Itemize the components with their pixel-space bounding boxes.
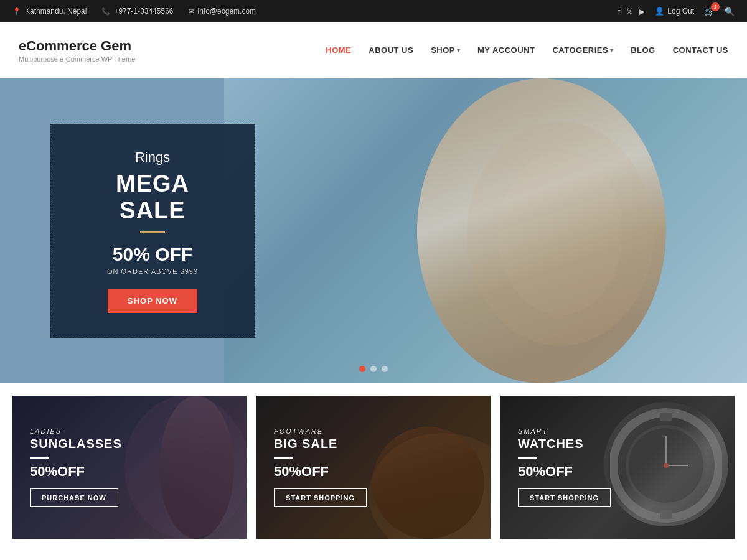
logout-button[interactable]: Log Out [655,7,694,16]
logout-label: Log Out [667,7,694,16]
promo-divider-watches [518,457,537,459]
facebook-link[interactable]: f [618,7,621,16]
cart-button[interactable]: 1 [704,6,715,16]
nav-categories[interactable]: CATOGERIES ▾ [552,45,613,55]
hero-dot-2[interactable] [370,366,377,372]
location-text: Kathmandu, Nepal [25,7,87,16]
svg-rect-10 [660,413,672,421]
hero-shop-now-button[interactable]: SHOP NOW [108,289,197,313]
topbar-location: Kathmandu, Nepal [12,7,87,16]
hero-subtitle: Rings [82,149,223,166]
svg-point-2 [125,396,247,539]
topbar-phone: +977-1-33445566 [101,7,173,16]
hero-content: Rings MEGA SALE 50% OFF ON ORDER ABOVE $… [50,124,255,338]
topbar-left: Kathmandu, Nepal +977-1-33445566 info@ec… [12,7,618,16]
hero-decoration [436,110,685,358]
search-button[interactable] [725,6,735,16]
youtube-link[interactable]: ▶ [639,7,645,16]
user-icon [655,7,664,16]
hero-divider [140,231,165,233]
promo-label-watches: Smart [518,427,611,435]
svg-rect-11 [660,510,672,519]
phone-text: +977-1-33445566 [114,7,173,16]
promo-divider-footware [274,457,293,459]
hero-dots [359,366,388,372]
hero-dot-1[interactable] [359,366,365,372]
promo-discount-sunglasses: 50%OFF [30,464,122,480]
nav-about[interactable]: ABOUT US [369,45,413,55]
hero-section: Rings MEGA SALE 50% OFF ON ORDER ABOVE $… [0,78,747,383]
shop-chevron-icon: ▾ [457,47,460,54]
promo-content-footware: FOOTWARE BIG SALE 50%OFF START SHOPPING [256,413,384,522]
nav-home[interactable]: HOME [326,45,351,55]
hero-discount: 50% OFF [82,244,223,265]
logo: eCommerce Gem Multipurpose e-Commerce WP… [19,38,135,63]
search-icon [725,6,735,16]
promo-btn-sunglasses[interactable]: PURCHASE NOW [30,488,118,507]
nav-blog[interactable]: BLOG [631,45,655,55]
hero-promo-box: Rings MEGA SALE 50% OFF ON ORDER ABOVE $… [50,124,255,338]
promo-content-watches: Smart WATCHES 50%OFF START SHOPPING [500,413,628,522]
nav-contact[interactable]: CONTACT US [673,45,728,55]
svg-point-1 [498,153,622,315]
topbar-social: f 𝕏 ▶ [618,7,646,16]
promo-divider-sunglasses [30,457,49,459]
promo-title-watches: WATCHES [518,436,611,451]
categories-chevron-icon: ▾ [610,47,613,54]
pin-icon [12,7,21,16]
hero-condition: ON ORDER ABOVE $999 [82,268,223,275]
topbar-email: info@ecgem.com [189,7,256,16]
promo-section: Ladies SUNGLASSES 50%OFF PURCHASE NOW FO… [0,396,747,539]
email-text: info@ecgem.com [198,7,256,16]
topbar: Kathmandu, Nepal +977-1-33445566 info@ec… [0,0,747,22]
logo-subtitle: Multipurpose e-Commerce WP Theme [19,55,135,63]
logo-title: eCommerce Gem [19,38,135,54]
promo-label-footware: FOOTWARE [274,427,367,435]
hero-dot-3[interactable] [382,366,388,372]
promo-card-watches: Smart WATCHES 50%OFF START SHOPPING [500,396,735,539]
svg-point-9 [664,463,669,468]
promo-card-sunglasses: Ladies SUNGLASSES 50%OFF PURCHASE NOW [12,396,247,539]
promo-discount-watches: 50%OFF [518,464,611,480]
promo-label-sunglasses: Ladies [30,427,122,435]
main-nav: HOME ABOUT US SHOP ▾ MY ACCOUNT CATOGERI… [326,45,728,55]
header: eCommerce Gem Multipurpose e-Commerce WP… [0,22,747,78]
promo-btn-watches[interactable]: START SHOPPING [518,488,611,507]
nav-shop-link[interactable]: SHOP [431,45,455,55]
phone-icon [101,7,110,16]
nav-shop[interactable]: SHOP ▾ [431,45,460,55]
email-icon [189,7,194,16]
promo-title-sunglasses: SUNGLASSES [30,436,122,451]
promo-title-footware: BIG SALE [274,436,367,451]
svg-point-3 [369,433,491,539]
hero-title: MEGA SALE [82,170,223,224]
topbar-right: f 𝕏 ▶ Log Out 1 [618,6,735,16]
promo-discount-footware: 50%OFF [274,464,367,480]
promo-btn-footware[interactable]: START SHOPPING [274,488,367,507]
nav-myaccount[interactable]: MY ACCOUNT [477,45,535,55]
promo-card-footware: FOOTWARE BIG SALE 50%OFF START SHOPPING [256,396,491,539]
nav-categories-link[interactable]: CATOGERIES [552,45,608,55]
cart-badge: 1 [711,2,720,11]
promo-content-sunglasses: Ladies SUNGLASSES 50%OFF PURCHASE NOW [12,413,139,522]
twitter-link[interactable]: 𝕏 [626,7,632,16]
